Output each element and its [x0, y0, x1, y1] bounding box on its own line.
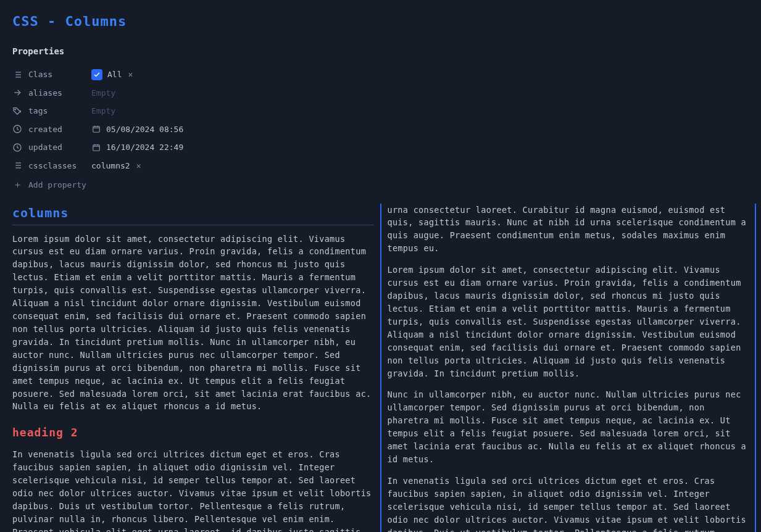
heading-1: columns: [12, 204, 374, 225]
svg-rect-13: [93, 145, 100, 151]
properties-panel: Class All ✕ aliases Empty tags Empty cre…: [12, 65, 749, 195]
calendar-icon: [91, 143, 101, 152]
prop-label: aliases: [28, 87, 85, 99]
prop-label: updated: [28, 141, 85, 154]
prop-label: Class: [28, 69, 85, 81]
prop-row-class[interactable]: Class All ✕: [12, 65, 749, 84]
arrow-right-icon: [12, 88, 22, 98]
add-property-label: Add property: [28, 179, 86, 191]
list-icon: [12, 70, 22, 80]
prop-value[interactable]: 16/10/2024 22:49: [106, 141, 183, 154]
heading-2: heading 2: [12, 424, 374, 441]
prop-value[interactable]: All: [107, 69, 122, 81]
checkbox-checked-icon[interactable]: [91, 69, 102, 80]
prop-row-aliases[interactable]: aliases Empty: [12, 84, 749, 102]
add-property-button[interactable]: ＋ Add property: [12, 175, 749, 195]
remove-pill-icon[interactable]: ✕: [128, 69, 133, 81]
prop-value[interactable]: columns2: [91, 160, 130, 172]
properties-header: Properties: [12, 45, 749, 58]
prop-value[interactable]: 05/08/2024 08:56: [106, 123, 183, 136]
remove-pill-icon[interactable]: ✕: [136, 160, 141, 172]
list-icon: [12, 160, 22, 170]
clock-icon: [12, 124, 22, 134]
prop-row-created[interactable]: created 05/08/2024 08:56: [12, 120, 749, 139]
prop-row-tags[interactable]: tags Empty: [12, 102, 749, 120]
tags-icon: [12, 106, 22, 116]
prop-value[interactable]: Empty: [91, 105, 115, 117]
page-title: CSS - Columns: [12, 11, 749, 31]
clock-icon: [12, 143, 22, 152]
svg-point-6: [15, 109, 15, 109]
plus-icon: ＋: [12, 178, 22, 192]
svg-rect-8: [93, 127, 100, 132]
prop-row-cssclasses[interactable]: cssclasses columns2 ✕: [12, 157, 749, 175]
note-body-columns: columns Lorem ipsum dolor sit amet, cons…: [12, 204, 749, 533]
prop-value[interactable]: Empty: [91, 87, 115, 99]
calendar-icon: [91, 124, 101, 134]
prop-label: created: [28, 123, 85, 136]
paragraph: Lorem ipsum dolor sit amet, consectetur …: [12, 233, 374, 414]
prop-row-updated[interactable]: updated 16/10/2024 22:49: [12, 138, 749, 157]
paragraph: Nunc in ullamcorper nibh, eu auctor nunc…: [388, 388, 749, 466]
prop-label: tags: [28, 105, 85, 117]
paragraph: Lorem ipsum dolor sit amet, consectetur …: [388, 264, 749, 380]
prop-label: cssclasses: [28, 160, 85, 172]
